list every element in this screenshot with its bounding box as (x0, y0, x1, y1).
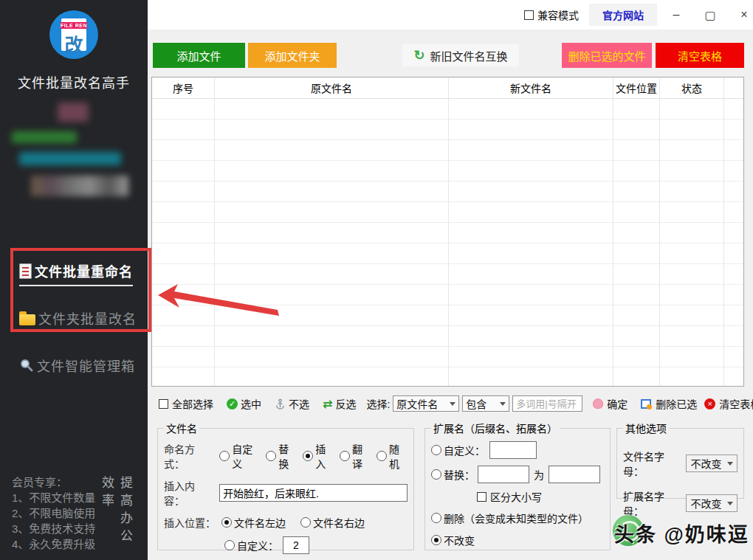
column-header: 文件位置 (613, 77, 659, 99)
chevron-down-icon (500, 402, 506, 406)
sidebar-item-batch-file-rename[interactable]: 文件批量重命名 (19, 261, 133, 286)
ext-no-change-option[interactable]: 不改变 (431, 533, 475, 547)
x-circle-icon: × (704, 398, 715, 409)
ext-custom-option[interactable]: 自定义： (431, 443, 485, 457)
vip-item: 3、免费技术支持 (12, 521, 95, 536)
window-delete-icon (641, 399, 651, 409)
naming-option-replace[interactable]: 替换 (266, 441, 297, 471)
sidebar-item-label: 文件智能管理箱 (37, 356, 135, 375)
compat-mode-checkbox[interactable] (524, 10, 534, 20)
case-sensitive-checkbox[interactable] (477, 492, 486, 502)
chevron-down-icon (450, 402, 455, 406)
radio-icon[interactable] (266, 451, 276, 461)
sidebar-item-batch-folder-rename[interactable]: 文件夹批量改名 (19, 308, 137, 328)
selection-bar: 全部选择 ✓ 选中 不选 ⇄ 反选 (151, 392, 744, 415)
ext-delete-option[interactable]: 删除（会变成未知类型的文件） (431, 511, 588, 525)
radio-icon[interactable] (431, 445, 441, 455)
case-sensitive-option[interactable]: 区分大小写 (477, 489, 604, 504)
keyword-input[interactable] (512, 395, 582, 412)
check-circle-icon: ✓ (227, 398, 238, 409)
sidebar: FILE REN 改 文件批量改名高手 文件批量重命名 文件夹批量改名 文件智能… (0, 0, 148, 560)
official-site-button[interactable]: 官方网站 (589, 4, 657, 26)
sidebar-item-label: 文件批量重命名 (35, 261, 133, 280)
filter-field-select[interactable]: 原文件名 (393, 395, 459, 412)
insert-position-label: 插入位置： (164, 515, 216, 530)
position-left-option[interactable]: 文件名左边 (221, 515, 286, 530)
naming-option-translate[interactable]: 翻译 (340, 441, 371, 471)
folder-icon (19, 314, 35, 325)
column-original-name: 原文件名 (215, 77, 449, 386)
invert-selection-button[interactable]: ⇄ 反选 (323, 396, 356, 411)
insert-content-input[interactable] (219, 484, 408, 502)
radio-icon[interactable] (340, 451, 350, 461)
chevron-down-icon (727, 462, 733, 466)
compat-mode-option[interactable]: 兼容模式 (524, 7, 579, 22)
logo-char: 改 (64, 30, 83, 57)
ext-case-select[interactable]: 不改变 (686, 494, 737, 512)
radio-icon[interactable] (431, 469, 441, 480)
compat-mode-label: 兼容模式 (537, 7, 579, 22)
filter-label: 选择: (366, 396, 390, 411)
chevron-down-icon (727, 502, 733, 505)
position-right-option[interactable]: 文件名右边 (300, 515, 365, 530)
column-header: 原文件名 (215, 77, 448, 99)
extension-panel: 扩展名（后缀名、拓展名） 自定义： 替换： 为 区分大小写 (424, 421, 611, 550)
radio-icon[interactable] (219, 451, 230, 461)
app-logo-icon: FILE REN 改 (49, 10, 98, 59)
anchor-icon (275, 398, 286, 409)
vertical-slogan: 提高办公效率 (97, 476, 134, 560)
column-header: 状态 (660, 77, 723, 99)
close-button[interactable]: × (728, 0, 753, 30)
filename-case-select[interactable]: 不改变 (686, 454, 737, 472)
ext-replace-from-input[interactable] (478, 466, 529, 483)
ext-replace-to-input[interactable] (549, 466, 600, 483)
swap-arrows-icon: ⇄ (323, 397, 332, 411)
radio-icon[interactable] (431, 535, 441, 545)
radio-icon[interactable] (221, 517, 232, 528)
blurred-content-3 (19, 152, 121, 165)
naming-option-insert[interactable]: 插入 (303, 441, 334, 471)
select-all-option[interactable]: 全部选择 (159, 396, 213, 411)
clear-table-rows-button[interactable]: × 清空表格 (704, 396, 753, 411)
insert-content-label: 插入内容： (164, 478, 215, 508)
naming-option-custom[interactable]: 自定义 (219, 441, 260, 471)
vip-item: 1、不限文件数量 (12, 490, 95, 505)
select-button[interactable]: ✓ 选中 (227, 396, 261, 411)
ext-custom-input[interactable] (489, 441, 537, 459)
radio-icon[interactable] (303, 451, 313, 461)
select-all-checkbox[interactable] (159, 399, 168, 409)
vip-item: 2、不限电脑使用 (12, 505, 95, 521)
position-custom-option[interactable]: 自定义： (224, 538, 278, 553)
filter-mode-select[interactable]: 包含 (462, 395, 509, 412)
sidebar-item-smart-file-manager[interactable]: 文件智能管理箱 (19, 356, 135, 375)
confirm-button[interactable]: 确定 (593, 396, 628, 411)
sidebar-item-label: 文件夹批量改名 (38, 308, 137, 328)
position-custom-input[interactable] (283, 536, 309, 554)
ext-replace-option[interactable]: 替换： (431, 467, 475, 482)
filename-panel: 文件名 命名方式： 自定义 替换 插入 翻译 (157, 421, 414, 550)
filename-panel-legend: 文件名 (164, 421, 199, 435)
maximize-button[interactable]: ▢ (694, 0, 726, 30)
vip-title: 会员专享： (12, 474, 95, 490)
file-table[interactable]: 序号 原文件名 新文件名 文件位置 状态 (151, 77, 744, 387)
swap-names-button[interactable]: ↻ 新旧文件名互换 (402, 44, 519, 66)
deselect-button[interactable]: 不选 (275, 396, 309, 411)
delete-selected-files-button[interactable]: 删除已选的文件 (562, 43, 652, 68)
column-file-location: 文件位置 (613, 77, 660, 386)
add-folder-button[interactable]: 添加文件夹 (248, 43, 337, 68)
clear-table-button[interactable]: 清空表格 (656, 43, 744, 68)
naming-option-random[interactable]: 随机 (376, 441, 408, 471)
delete-selected-rows-button[interactable]: 删除已选 (641, 396, 697, 411)
blurred-content-4 (31, 176, 128, 196)
naming-mode-label: 命名方式： (164, 441, 212, 471)
radio-icon[interactable] (431, 513, 441, 523)
vip-benefits: 会员专享： 1、不限文件数量 2、不限电脑使用 3、免费技术支持 4、永久免费升… (12, 474, 95, 552)
minimize-button[interactable]: – (660, 0, 692, 30)
add-file-button[interactable]: 添加文件 (153, 43, 245, 68)
blurred-content-1 (58, 103, 89, 122)
radio-icon[interactable] (224, 540, 235, 550)
watermark-text: 头条 @奶味逗 (614, 519, 749, 547)
radio-icon[interactable] (300, 517, 311, 528)
radio-icon[interactable] (376, 451, 387, 461)
document-icon (19, 263, 32, 279)
